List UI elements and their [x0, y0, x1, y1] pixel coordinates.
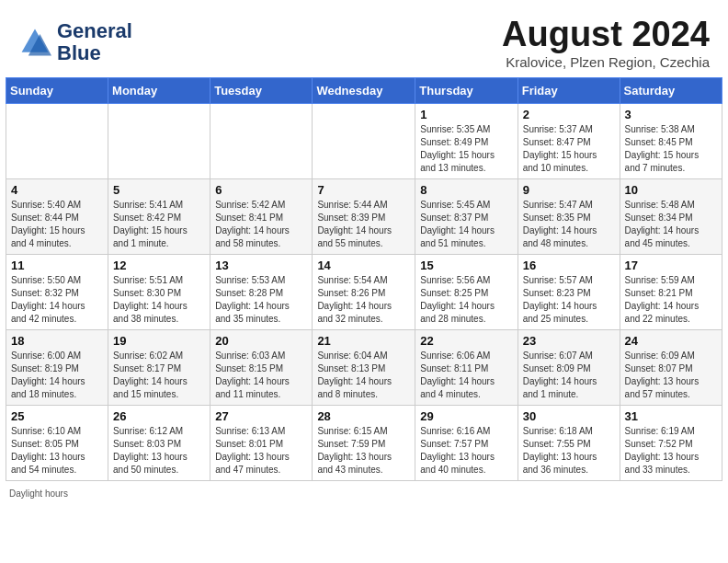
weekday-header-monday: Monday — [108, 78, 210, 104]
weekday-header-thursday: Thursday — [415, 78, 518, 104]
day-info: Sunrise: 5:38 AM Sunset: 8:45 PM Dayligh… — [625, 123, 717, 175]
day-number: 26 — [113, 409, 205, 423]
month-title: August 2024 — [502, 15, 710, 54]
calendar-cell: 2Sunrise: 5:37 AM Sunset: 8:47 PM Daylig… — [518, 104, 620, 179]
calendar-cell: 20Sunrise: 6:03 AM Sunset: 8:15 PM Dayli… — [210, 330, 313, 406]
day-number: 6 — [215, 183, 307, 197]
calendar-cell: 14Sunrise: 5:54 AM Sunset: 8:26 PM Dayli… — [313, 255, 415, 330]
calendar-cell — [108, 104, 210, 179]
day-info: Sunrise: 5:37 AM Sunset: 8:47 PM Dayligh… — [523, 123, 615, 175]
day-info: Sunrise: 5:42 AM Sunset: 8:41 PM Dayligh… — [215, 199, 307, 250]
day-number: 19 — [113, 334, 205, 348]
calendar-cell: 13Sunrise: 5:53 AM Sunset: 8:28 PM Dayli… — [210, 255, 313, 330]
calendar-cell: 22Sunrise: 6:06 AM Sunset: 8:11 PM Dayli… — [415, 330, 518, 406]
day-info: Sunrise: 6:04 AM Sunset: 8:13 PM Dayligh… — [317, 350, 410, 401]
daylight-label: Daylight hours — [9, 488, 68, 499]
day-info: Sunrise: 6:10 AM Sunset: 8:05 PM Dayligh… — [11, 425, 103, 477]
day-info: Sunrise: 6:18 AM Sunset: 7:55 PM Dayligh… — [523, 425, 615, 477]
calendar-week-row: 25Sunrise: 6:10 AM Sunset: 8:05 PM Dayli… — [6, 406, 722, 481]
day-number: 3 — [625, 108, 717, 121]
calendar-cell: 10Sunrise: 5:48 AM Sunset: 8:34 PM Dayli… — [620, 179, 722, 255]
logo-line2: Blue — [57, 42, 132, 64]
logo-text: General Blue — [57, 20, 132, 64]
day-info: Sunrise: 6:19 AM Sunset: 7:52 PM Dayligh… — [625, 425, 717, 477]
day-number: 2 — [523, 108, 615, 121]
weekday-header-row: SundayMondayTuesdayWednesdayThursdayFrid… — [6, 78, 722, 104]
calendar-cell: 19Sunrise: 6:02 AM Sunset: 8:17 PM Dayli… — [108, 330, 210, 406]
day-number: 5 — [113, 183, 205, 197]
calendar-cell — [6, 104, 108, 179]
calendar-week-row: 11Sunrise: 5:50 AM Sunset: 8:32 PM Dayli… — [6, 255, 722, 330]
calendar-cell: 30Sunrise: 6:18 AM Sunset: 7:55 PM Dayli… — [518, 406, 620, 481]
calendar-cell: 29Sunrise: 6:16 AM Sunset: 7:57 PM Dayli… — [415, 406, 518, 481]
calendar-cell: 21Sunrise: 6:04 AM Sunset: 8:13 PM Dayli… — [313, 330, 415, 406]
logo: General Blue — [18, 20, 132, 64]
day-number: 8 — [420, 183, 512, 197]
weekday-header-saturday: Saturday — [620, 78, 722, 104]
day-info: Sunrise: 5:57 AM Sunset: 8:23 PM Dayligh… — [523, 274, 615, 326]
day-info: Sunrise: 6:15 AM Sunset: 7:59 PM Dayligh… — [317, 425, 410, 477]
day-number: 1 — [420, 108, 512, 121]
day-info: Sunrise: 5:40 AM Sunset: 8:44 PM Dayligh… — [11, 199, 103, 250]
day-info: Sunrise: 6:06 AM Sunset: 8:11 PM Dayligh… — [420, 350, 512, 401]
day-info: Sunrise: 5:59 AM Sunset: 8:21 PM Dayligh… — [625, 274, 717, 326]
day-number: 22 — [420, 334, 512, 348]
day-info: Sunrise: 5:41 AM Sunset: 8:42 PM Dayligh… — [113, 199, 205, 250]
day-number: 16 — [523, 259, 615, 272]
day-number: 10 — [625, 183, 717, 197]
calendar-cell: 4Sunrise: 5:40 AM Sunset: 8:44 PM Daylig… — [6, 179, 108, 255]
calendar-cell: 16Sunrise: 5:57 AM Sunset: 8:23 PM Dayli… — [518, 255, 620, 330]
day-info: Sunrise: 6:00 AM Sunset: 8:19 PM Dayligh… — [11, 350, 103, 401]
calendar-wrapper: SundayMondayTuesdayWednesdayThursdayFrid… — [0, 77, 728, 487]
day-number: 14 — [317, 259, 410, 272]
weekday-header-friday: Friday — [518, 78, 620, 104]
calendar-cell: 12Sunrise: 5:51 AM Sunset: 8:30 PM Dayli… — [108, 255, 210, 330]
calendar-week-row: 4Sunrise: 5:40 AM Sunset: 8:44 PM Daylig… — [6, 179, 722, 255]
calendar-cell: 31Sunrise: 6:19 AM Sunset: 7:52 PM Dayli… — [620, 406, 722, 481]
calendar-cell: 17Sunrise: 5:59 AM Sunset: 8:21 PM Dayli… — [620, 255, 722, 330]
day-number: 13 — [215, 259, 307, 272]
day-info: Sunrise: 5:56 AM Sunset: 8:25 PM Dayligh… — [420, 274, 512, 326]
page-header: General Blue August 2024 Kralovice, Plze… — [0, 0, 728, 77]
calendar-cell: 26Sunrise: 6:12 AM Sunset: 8:03 PM Dayli… — [108, 406, 210, 481]
day-number: 4 — [11, 183, 103, 197]
day-info: Sunrise: 5:44 AM Sunset: 8:39 PM Dayligh… — [317, 199, 410, 250]
day-number: 12 — [113, 259, 205, 272]
day-info: Sunrise: 5:54 AM Sunset: 8:26 PM Dayligh… — [317, 274, 410, 326]
title-block: August 2024 Kralovice, Plzen Region, Cze… — [502, 15, 710, 70]
day-info: Sunrise: 6:07 AM Sunset: 8:09 PM Dayligh… — [523, 350, 615, 401]
day-number: 11 — [11, 259, 103, 272]
day-info: Sunrise: 5:53 AM Sunset: 8:28 PM Dayligh… — [215, 274, 307, 326]
day-info: Sunrise: 6:12 AM Sunset: 8:03 PM Dayligh… — [113, 425, 205, 477]
day-info: Sunrise: 5:35 AM Sunset: 8:49 PM Dayligh… — [420, 123, 512, 175]
calendar-cell: 1Sunrise: 5:35 AM Sunset: 8:49 PM Daylig… — [415, 104, 518, 179]
day-info: Sunrise: 5:45 AM Sunset: 8:37 PM Dayligh… — [420, 199, 512, 250]
day-number: 23 — [523, 334, 615, 348]
day-number: 28 — [317, 409, 410, 423]
day-number: 24 — [625, 334, 717, 348]
day-info: Sunrise: 6:16 AM Sunset: 7:57 PM Dayligh… — [420, 425, 512, 477]
calendar-cell: 11Sunrise: 5:50 AM Sunset: 8:32 PM Dayli… — [6, 255, 108, 330]
weekday-header-tuesday: Tuesday — [210, 78, 313, 104]
day-number: 18 — [11, 334, 103, 348]
footer-note: Daylight hours — [0, 487, 728, 502]
calendar-cell: 27Sunrise: 6:13 AM Sunset: 8:01 PM Dayli… — [210, 406, 313, 481]
calendar-cell — [313, 104, 415, 179]
calendar-cell: 28Sunrise: 6:15 AM Sunset: 7:59 PM Dayli… — [313, 406, 415, 481]
logo-line1: General — [57, 20, 132, 42]
calendar-cell: 18Sunrise: 6:00 AM Sunset: 8:19 PM Dayli… — [6, 330, 108, 406]
calendar-cell: 24Sunrise: 6:09 AM Sunset: 8:07 PM Dayli… — [620, 330, 722, 406]
day-number: 31 — [625, 409, 717, 423]
calendar-cell — [210, 104, 313, 179]
day-info: Sunrise: 5:48 AM Sunset: 8:34 PM Dayligh… — [625, 199, 717, 250]
day-info: Sunrise: 5:47 AM Sunset: 8:35 PM Dayligh… — [523, 199, 615, 250]
day-info: Sunrise: 6:13 AM Sunset: 8:01 PM Dayligh… — [215, 425, 307, 477]
day-number: 27 — [215, 409, 307, 423]
day-number: 21 — [317, 334, 410, 348]
calendar-cell: 23Sunrise: 6:07 AM Sunset: 8:09 PM Dayli… — [518, 330, 620, 406]
calendar-cell: 25Sunrise: 6:10 AM Sunset: 8:05 PM Dayli… — [6, 406, 108, 481]
day-number: 29 — [420, 409, 512, 423]
calendar-cell: 7Sunrise: 5:44 AM Sunset: 8:39 PM Daylig… — [313, 179, 415, 255]
calendar-cell: 9Sunrise: 5:47 AM Sunset: 8:35 PM Daylig… — [518, 179, 620, 255]
day-info: Sunrise: 5:51 AM Sunset: 8:30 PM Dayligh… — [113, 274, 205, 326]
